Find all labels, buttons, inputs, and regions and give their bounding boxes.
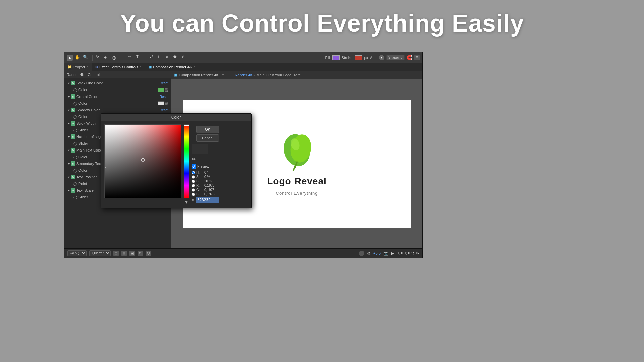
comp-tab-label: Composition Render 4K	[179, 73, 219, 77]
quality-select[interactable]: Quarter	[89, 250, 111, 256]
breadcrumb: Rander 4K ‹ Main ‹ Put Your Logo Here	[235, 73, 301, 77]
dialog-buttons: OK Cancel	[196, 126, 219, 142]
b-radio[interactable]	[192, 180, 195, 183]
bottom-icon-5[interactable]: ⬡	[146, 251, 151, 256]
tab-comp-close[interactable]: ×	[193, 65, 195, 69]
puppet-tool-icon[interactable]: ⊁	[181, 55, 187, 61]
rotate-tool-icon[interactable]: ↻	[96, 55, 102, 61]
plus-value: +0.0	[373, 251, 381, 255]
g-label: G:	[196, 188, 203, 192]
bottom-icon-3[interactable]: ▣	[129, 251, 135, 256]
color-circle-icon5: ◯	[73, 169, 77, 172]
stroke-label: Stroke:	[342, 56, 354, 60]
fx-row-strok-line-color-swatch: ◯ Color ⛓	[64, 86, 171, 93]
zoom-tool-icon[interactable]: 🔍	[83, 55, 89, 61]
g-radio[interactable]	[192, 188, 195, 192]
expand-num-seg-icon[interactable]: ▾	[68, 135, 70, 139]
cancel-button[interactable]: Cancel	[196, 134, 219, 142]
play-icon[interactable]: ▶	[391, 251, 394, 256]
rgb-icon[interactable]	[359, 251, 364, 256]
breadcrumb-item-2[interactable]: Main	[256, 73, 264, 77]
color-inputs: H: 0 ° S: 0 % B: 20 % R: 0,1975	[192, 171, 219, 203]
fx-row-genral-color: ▾ fx Genral Color Reset	[64, 93, 171, 100]
genral-color-swatch[interactable]	[158, 101, 164, 105]
hue-bar[interactable]	[184, 124, 189, 198]
timecode: 0;00;03;06	[397, 251, 419, 255]
grid-icon[interactable]: ⊞	[414, 55, 420, 60]
snapping-button[interactable]: Snapping	[386, 55, 405, 60]
eraser-tool-icon[interactable]: ◈	[165, 55, 171, 61]
tab-project[interactable]: 📁 Project ×	[64, 63, 92, 71]
camera-icon[interactable]: 📷	[383, 251, 388, 256]
point-circle-icon: ◯	[73, 182, 77, 186]
hex-input[interactable]	[196, 197, 219, 203]
strok-line-color-swatch[interactable]	[158, 88, 164, 92]
tab-effect-close[interactable]: ×	[140, 65, 142, 69]
zoom-select[interactable]: (40%)	[67, 250, 87, 256]
preview-check: Preview	[192, 164, 219, 169]
tab-project-close[interactable]: ×	[86, 65, 88, 69]
h-radio[interactable]	[192, 171, 195, 174]
slider-circle-icon2: ◯	[73, 142, 77, 145]
bottom-icon-1[interactable]: ⊡	[113, 251, 119, 256]
fx-badge-strok-width: fx	[71, 121, 75, 126]
fx-badge-num-seg: fx	[71, 134, 75, 139]
pen-tool-icon[interactable]: ✏	[128, 55, 134, 61]
fill-color-box[interactable]	[332, 55, 340, 60]
expand-shadow-icon[interactable]: ▾	[68, 108, 70, 112]
g-value: 0,1975	[204, 188, 215, 192]
hand-tool-icon[interactable]: ✋	[75, 55, 81, 61]
color-gradient-box[interactable]	[104, 124, 181, 198]
b2-radio[interactable]	[192, 193, 195, 196]
expand-strok-line-icon[interactable]: ▾	[68, 81, 70, 85]
expand-main-text-icon[interactable]: ▾	[68, 148, 70, 152]
fx-shadow-reset[interactable]: Reset	[160, 108, 168, 112]
expand-text-pos-icon[interactable]: ▾	[68, 175, 70, 179]
preview-label: Preview	[197, 165, 209, 168]
comp-menu-icon[interactable]: ≡	[222, 73, 224, 77]
breadcrumb-sep-1: ‹	[254, 73, 255, 77]
dialog-title: Color	[171, 115, 181, 120]
clone-tool-icon[interactable]: ⬆	[157, 55, 163, 61]
add-label: Add:	[370, 56, 378, 60]
tab-effect-controls[interactable]: fx Effect Controls Controls ×	[92, 63, 145, 71]
panel-header-label: Rander 4K - Controls	[67, 73, 101, 77]
arrow-tool-icon[interactable]: ▲	[67, 55, 73, 61]
expand-genral-icon[interactable]: ▾	[68, 95, 70, 99]
fx-badge-main-text: fx	[71, 148, 75, 153]
breadcrumb-item-1[interactable]: Rander 4K	[235, 73, 253, 77]
b2-value: 0,1975	[204, 192, 215, 196]
r-radio[interactable]	[192, 184, 195, 187]
slider-circle-icon3: ◯	[73, 195, 77, 199]
fill-item: Fill:	[325, 55, 340, 60]
stroke-color-box[interactable]	[355, 55, 362, 60]
eyedropper-icon[interactable]: ✏	[192, 156, 219, 162]
magnet-icon[interactable]: 🧲	[407, 55, 412, 60]
bottom-icon-4[interactable]: □	[138, 251, 143, 256]
expand-strok-width-icon[interactable]: ▾	[68, 122, 70, 125]
plus-icon[interactable]: +	[104, 55, 110, 61]
preview-checkbox[interactable]	[192, 164, 196, 169]
down-arrow-icon[interactable]: ▼	[184, 200, 189, 205]
expand-text-scale-icon[interactable]: ▾	[68, 189, 70, 192]
left-arrow-icon[interactable]: ‹	[105, 165, 107, 170]
page-heading: You can Control Everything Easily	[0, 9, 644, 37]
dialog-right-section: OK Cancel ✏ Preview H: 0 °	[192, 124, 219, 205]
fx-genral-reset[interactable]: Reset	[160, 95, 168, 99]
text-tool-icon[interactable]: T	[136, 55, 142, 61]
tab-composition[interactable]: ▣ Composition Render 4K ×	[145, 63, 199, 71]
adjust-icon[interactable]: ⚙	[367, 251, 371, 256]
paint-tool-icon[interactable]: 🖌	[149, 55, 155, 61]
fx-strok-line-label: Strok Line Color	[76, 81, 160, 85]
roto-tool-icon[interactable]: ⬟	[173, 55, 179, 61]
rect-tool-icon[interactable]: □	[120, 55, 126, 61]
color-circle-icon: ◯	[73, 88, 77, 92]
fill-label: Fill:	[325, 56, 331, 60]
anchor-tool-icon[interactable]: ⊕	[112, 55, 118, 61]
bottom-icon-2[interactable]: ⊞	[121, 251, 127, 256]
ok-button[interactable]: OK	[196, 126, 219, 133]
s-radio[interactable]	[192, 175, 195, 179]
expand-secondary-icon[interactable]: ▾	[68, 162, 70, 166]
add-icon[interactable]: ●	[379, 55, 384, 60]
fx-strok-line-reset[interactable]: Reset	[160, 81, 168, 85]
